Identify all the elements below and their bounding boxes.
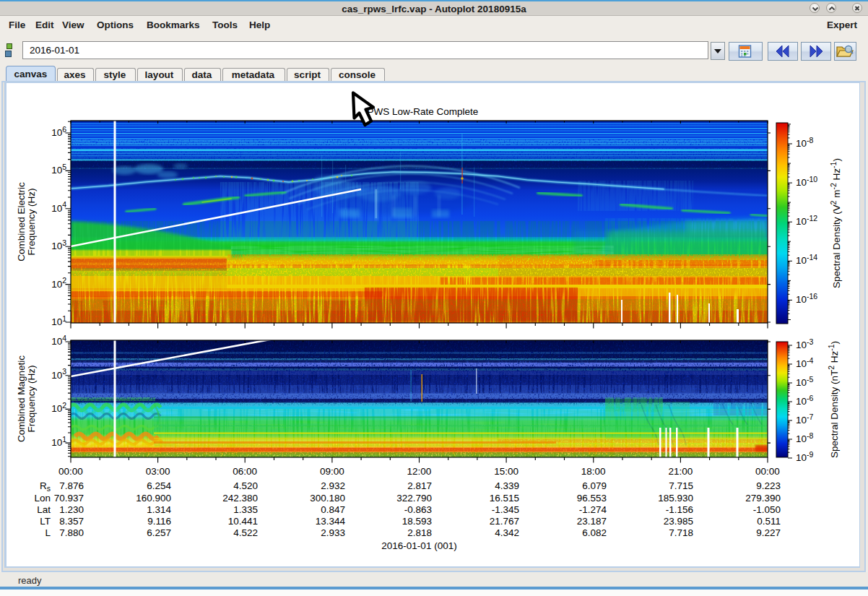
svg-text:L: L — [45, 527, 51, 538]
svg-text:0.847: 0.847 — [321, 504, 345, 515]
svg-text:1.230: 1.230 — [59, 504, 84, 515]
svg-text:6.082: 6.082 — [582, 527, 607, 538]
svg-text:Spectral Density (nT2 Hz-1): Spectral Density (nT2 Hz-1) — [827, 341, 841, 458]
svg-text:RPWS Low-Rate Complete: RPWS Low-Rate Complete — [360, 106, 479, 117]
svg-text:-1.156: -1.156 — [666, 504, 693, 515]
svg-text:96.553: 96.553 — [577, 493, 607, 504]
svg-text:104: 104 — [51, 334, 66, 347]
svg-text:2.818: 2.818 — [407, 527, 432, 538]
svg-text:4.520: 4.520 — [233, 480, 258, 491]
svg-text:23.187: 23.187 — [577, 516, 607, 527]
svg-text:-1.050: -1.050 — [753, 504, 781, 515]
svg-text:2.932: 2.932 — [321, 480, 345, 491]
svg-text:21:00: 21:00 — [668, 466, 693, 477]
svg-text:10-3: 10-3 — [796, 337, 814, 351]
svg-text:18.593: 18.593 — [402, 516, 432, 527]
svg-text:104: 104 — [51, 200, 66, 214]
svg-text:00:00: 00:00 — [755, 466, 780, 477]
svg-text:16.515: 16.515 — [490, 493, 519, 504]
svg-text:10-8: 10-8 — [796, 431, 814, 445]
svg-text:7.876: 7.876 — [59, 480, 84, 491]
svg-text:6.254: 6.254 — [147, 480, 171, 491]
svg-text:10-6: 10-6 — [796, 394, 814, 407]
svg-text:185.930: 185.930 — [658, 493, 693, 504]
svg-text:6.079: 6.079 — [582, 480, 607, 491]
svg-text:10-16: 10-16 — [796, 292, 817, 306]
svg-text:10-9: 10-9 — [796, 450, 814, 464]
svg-text:322.790: 322.790 — [396, 493, 432, 504]
svg-text:12:00: 12:00 — [407, 466, 432, 477]
svg-text:101: 101 — [51, 435, 66, 449]
svg-text:1.314: 1.314 — [147, 504, 171, 515]
svg-text:103: 103 — [51, 367, 66, 381]
svg-text:2.817: 2.817 — [407, 480, 432, 491]
svg-text:2016-01-01 (001): 2016-01-01 (001) — [381, 540, 456, 551]
svg-text:102: 102 — [51, 276, 66, 290]
svg-text:23.985: 23.985 — [664, 516, 693, 527]
svg-text:4.339: 4.339 — [495, 480, 519, 491]
svg-text:Lat: Lat — [37, 504, 51, 515]
svg-text:-1.274: -1.274 — [579, 504, 607, 515]
svg-text:13.344: 13.344 — [316, 516, 346, 527]
svg-text:Rs: Rs — [40, 480, 51, 493]
svg-text:9.116: 9.116 — [147, 516, 171, 527]
svg-text:10-7: 10-7 — [796, 413, 814, 426]
svg-text:242.380: 242.380 — [222, 493, 258, 504]
svg-text:09:00: 09:00 — [320, 466, 344, 477]
svg-text:7.715: 7.715 — [669, 480, 693, 491]
svg-text:105: 105 — [51, 163, 66, 176]
svg-text:6.257: 6.257 — [147, 527, 171, 538]
svg-text:10-12: 10-12 — [796, 214, 817, 228]
svg-text:-1.345: -1.345 — [492, 504, 519, 515]
svg-text:Combined Magnetic: Combined Magnetic — [16, 355, 27, 442]
svg-text:18:00: 18:00 — [581, 466, 606, 477]
svg-text:00:00: 00:00 — [58, 466, 83, 477]
svg-text:06:00: 06:00 — [233, 466, 257, 477]
svg-text:8.357: 8.357 — [59, 516, 84, 527]
svg-text:15:00: 15:00 — [494, 466, 518, 477]
svg-text:106: 106 — [51, 125, 66, 139]
svg-text:Frequency (Hz): Frequency (Hz) — [26, 188, 37, 255]
svg-text:4.342: 4.342 — [495, 527, 519, 538]
svg-text:10-8: 10-8 — [796, 136, 814, 150]
svg-text:0.511: 0.511 — [757, 516, 781, 527]
svg-text:4.522: 4.522 — [233, 527, 258, 538]
svg-text:101: 101 — [51, 314, 66, 328]
svg-text:21.767: 21.767 — [490, 516, 519, 527]
svg-text:10-4: 10-4 — [796, 356, 814, 370]
svg-text:03:00: 03:00 — [146, 466, 170, 477]
svg-text:103: 103 — [51, 238, 66, 252]
svg-text:9.223: 9.223 — [756, 480, 781, 491]
svg-text:9.227: 9.227 — [756, 527, 781, 538]
svg-text:160.900: 160.900 — [136, 493, 171, 504]
svg-text:-0.863: -0.863 — [404, 504, 432, 515]
svg-text:10-14: 10-14 — [796, 253, 817, 267]
svg-text:1.335: 1.335 — [233, 504, 258, 515]
svg-text:7.880: 7.880 — [59, 527, 84, 538]
svg-text:2.933: 2.933 — [321, 527, 345, 538]
svg-text:70.937: 70.937 — [54, 493, 84, 504]
svg-text:300.180: 300.180 — [310, 493, 345, 504]
svg-text:10.441: 10.441 — [228, 516, 258, 527]
svg-text:279.390: 279.390 — [745, 493, 781, 504]
svg-text:7.718: 7.718 — [669, 527, 693, 538]
svg-text:Combined Electric: Combined Electric — [16, 182, 27, 262]
svg-text:Frequency (Hz): Frequency (Hz) — [26, 365, 37, 432]
svg-text:Spectral Density (V2 m-2 Hz-1): Spectral Density (V2 m-2 Hz-1) — [829, 158, 843, 288]
svg-text:10-5: 10-5 — [796, 375, 814, 389]
svg-text:Lon: Lon — [34, 493, 51, 504]
svg-text:LT: LT — [40, 516, 51, 527]
svg-text:10-10: 10-10 — [796, 175, 817, 189]
svg-text:102: 102 — [51, 401, 66, 415]
